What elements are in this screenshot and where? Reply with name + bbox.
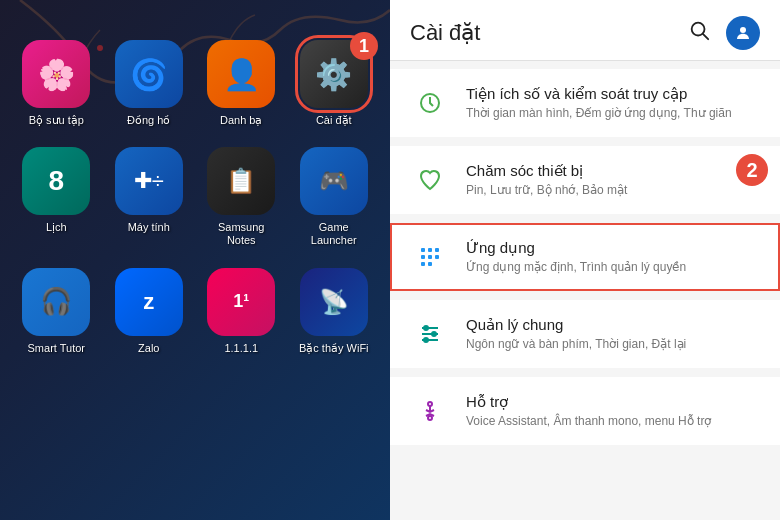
svg-rect-12 (428, 255, 432, 259)
svg-rect-15 (428, 262, 432, 266)
apps-grid: 🌸 Bộ sưu tập 🌀 Đồng hồ 👤 Danh bạ ⚙️ 1 Cà… (20, 40, 370, 355)
app-icon-game: 🎮 (300, 147, 368, 215)
ungdung-subtitle: Ứng dụng mặc định, Trình quản lý quyền (466, 260, 760, 276)
svg-point-22 (428, 402, 432, 406)
app-label-111: 1.1.1.1 (224, 342, 258, 355)
search-icon[interactable] (688, 19, 710, 47)
app-label-zalo: Zalo (138, 342, 159, 355)
chamsoc-icon (410, 160, 450, 200)
app-icon-samsung: 📋 (207, 147, 275, 215)
quanly-title: Quản lý chung (466, 316, 760, 334)
svg-point-21 (424, 338, 428, 342)
ungdung-text: Ứng dụng Ứng dụng mặc định, Trình quản l… (466, 239, 760, 276)
app-label-samsung: Samsung Notes (205, 221, 278, 247)
settings-header: Cài đặt (390, 0, 780, 61)
tienich-title: Tiện ích số và kiểm soát truy cập (466, 85, 760, 103)
app-wifi[interactable]: 📡 Bặc thầy WiFi (298, 268, 371, 355)
hotro-subtitle: Voice Assistant, Âm thanh mono, menu Hỗ … (466, 414, 760, 430)
hotro-icon (410, 391, 450, 431)
app-lich[interactable]: 8 Lịch (20, 147, 93, 247)
settings-item-tienich[interactable]: Tiện ích số và kiểm soát truy cập Thời g… (390, 69, 780, 137)
svg-point-23 (428, 416, 432, 420)
svg-rect-11 (421, 255, 425, 259)
app-label-db: Danh bạ (220, 114, 262, 127)
app-samsung[interactable]: 📋 Samsung Notes (205, 147, 278, 247)
svg-line-5 (703, 34, 708, 39)
svg-rect-10 (435, 248, 439, 252)
tienich-icon (410, 83, 450, 123)
app-icon-bst: 🌸 (22, 40, 90, 108)
divider1 (390, 138, 780, 146)
app-label-caidat: Cài đặt (316, 114, 352, 127)
app-label-dh: Đồng hồ (127, 114, 170, 127)
chamsoc-title: Chăm sóc thiết bị (466, 162, 760, 180)
svg-rect-9 (428, 248, 432, 252)
left-panel: 🌸 Bộ sưu tập 🌀 Đồng hồ 👤 Danh bạ ⚙️ 1 Cà… (0, 0, 390, 520)
svg-rect-8 (421, 248, 425, 252)
quanly-icon (410, 314, 450, 354)
svg-point-20 (432, 332, 436, 336)
settings-item-ungdung[interactable]: Ứng dụng Ứng dụng mặc định, Trình quản l… (390, 223, 780, 291)
app-bst[interactable]: 🌸 Bộ sưu tập (20, 40, 93, 127)
tienich-subtitle: Thời gian màn hình, Đếm giờ ứng dụng, Th… (466, 106, 760, 122)
right-panel: Cài đặt (390, 0, 780, 520)
ungdung-title: Ứng dụng (466, 239, 760, 257)
app-danhba[interactable]: 👤 Danh bạ (205, 40, 278, 127)
app-label-wifi: Bặc thầy WiFi (299, 342, 369, 355)
svg-rect-13 (435, 255, 439, 259)
app-icon-wifi: 📡 (300, 268, 368, 336)
app-icon-smarttutor: 🎧 (22, 268, 90, 336)
app-smarttutor[interactable]: 🎧 Smart Tutor (20, 268, 93, 355)
step1-badge: 1 (350, 32, 378, 60)
settings-title: Cài đặt (410, 20, 480, 46)
chamsoc-text: Chăm sóc thiết bị Pin, Lưu trữ, Bộ nhớ, … (466, 162, 760, 199)
app-label-lich: Lịch (46, 221, 67, 234)
header-icons (688, 16, 760, 50)
app-icon-dh: 🌀 (115, 40, 183, 108)
settings-item-quanly[interactable]: Quản lý chung Ngôn ngữ và bàn phím, Thời… (390, 300, 780, 368)
app-icon-lich: 8 (22, 147, 90, 215)
divider4 (390, 369, 780, 377)
app-label-game: Game Launcher (298, 221, 371, 247)
quanly-text: Quản lý chung Ngôn ngữ và bàn phím, Thời… (466, 316, 760, 353)
svg-point-6 (740, 27, 746, 33)
app-maytinh[interactable]: ✚÷ Máy tính (113, 147, 186, 247)
app-icon-db: 👤 (207, 40, 275, 108)
app-111[interactable]: 1¹ 1.1.1.1 (205, 268, 278, 355)
settings-item-chamsoc[interactable]: Chăm sóc thiết bị Pin, Lưu trữ, Bộ nhớ, … (390, 146, 780, 214)
avatar-icon[interactable] (726, 16, 760, 50)
app-icon-maytinh: ✚÷ (115, 147, 183, 215)
app-game[interactable]: 🎮 Game Launcher (298, 147, 371, 247)
svg-point-19 (424, 326, 428, 330)
app-icon-zalo: z (115, 268, 183, 336)
ungdung-icon (410, 237, 450, 277)
hotro-title: Hỗ trợ (466, 393, 760, 411)
settings-item-hotro[interactable]: Hỗ trợ Voice Assistant, Âm thanh mono, m… (390, 377, 780, 445)
svg-rect-14 (421, 262, 425, 266)
tienich-text: Tiện ích số và kiểm soát truy cập Thời g… (466, 85, 760, 122)
app-donghio[interactable]: 🌀 Đồng hồ (113, 40, 186, 127)
hotro-text: Hỗ trợ Voice Assistant, Âm thanh mono, m… (466, 393, 760, 430)
quanly-subtitle: Ngôn ngữ và bàn phím, Thời gian, Đặt lại (466, 337, 760, 353)
app-caidat[interactable]: ⚙️ 1 Cài đặt (298, 40, 371, 127)
app-label-bst: Bộ sưu tập (29, 114, 84, 127)
app-label-maytinh: Máy tính (128, 221, 170, 234)
app-zalo[interactable]: z Zalo (113, 268, 186, 355)
step2-badge: 2 (736, 154, 768, 186)
app-label-smarttutor: Smart Tutor (28, 342, 85, 355)
divider3 (390, 292, 780, 300)
app-icon-111: 1¹ (207, 268, 275, 336)
settings-list: Tiện ích số và kiểm soát truy cập Thời g… (390, 61, 780, 520)
chamsoc-subtitle: Pin, Lưu trữ, Bộ nhớ, Bảo mật (466, 183, 760, 199)
divider2 (390, 215, 780, 223)
